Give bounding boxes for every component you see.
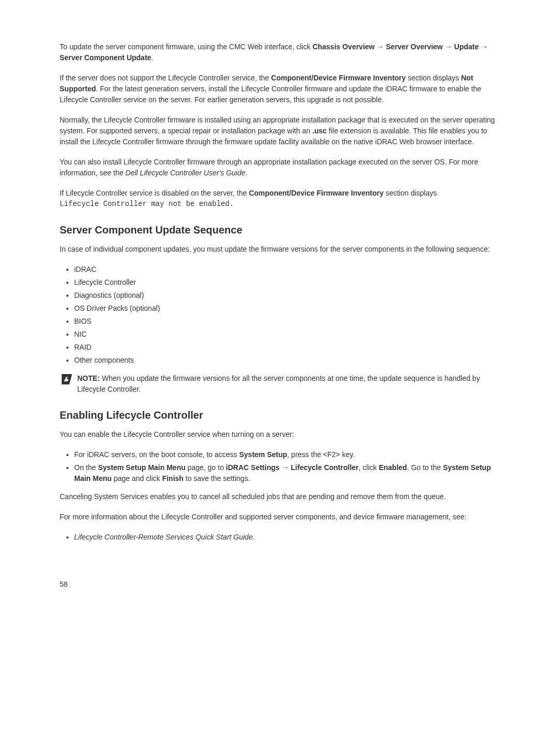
paragraph-7: You can enable the Lifecycle Controller … [60, 429, 500, 440]
bold-text: Lifecycle Controller [291, 463, 359, 472]
paragraph-6: In case of individual component updates,… [60, 244, 500, 255]
text: page and click [111, 474, 162, 483]
paragraph-1: To update the server component firmware,… [60, 42, 500, 63]
text: → [374, 43, 386, 51]
note-label: NOTE: [77, 374, 102, 382]
bold-text: Update [454, 43, 479, 51]
bold-text: iDRAC Settings [226, 463, 279, 472]
bold-text: Server Component Update [60, 53, 151, 62]
code-text: Lifecycle Controller may not be enabled. [60, 199, 500, 210]
list-item: RAID [74, 342, 500, 353]
paragraph-3: Normally, the Lifecycle Controller firmw… [60, 115, 500, 147]
text: You can also install Lifecycle Controlle… [60, 158, 478, 177]
list-item: For iDRAC servers, on the boot console, … [74, 449, 500, 460]
more-info-list: Lifecycle Controller-Remote Services Qui… [60, 532, 500, 543]
list-item: OS Driver Packs (optional) [74, 303, 500, 314]
bold-text: Server Overview [386, 43, 443, 51]
text: , click [359, 463, 379, 472]
text: → [279, 463, 291, 472]
list-item: On the System Setup Main Menu page, go t… [74, 462, 500, 484]
text: section displays [384, 189, 437, 197]
list-item: NIC [74, 329, 500, 340]
list-item: Other components [74, 355, 500, 366]
italic-text: Lifecycle Controller-Remote Services Qui… [74, 533, 253, 541]
paragraph-4: You can also install Lifecycle Controlle… [60, 157, 500, 178]
page-number: 58 [60, 579, 500, 590]
text: to save the settings. [184, 474, 250, 483]
list-item: BIOS [74, 316, 500, 327]
list-item: Lifecycle Controller-Remote Services Qui… [74, 532, 500, 543]
bold-text: .usc [312, 127, 327, 135]
component-sequence-list: iDRAC Lifecycle Controller Diagnostics (… [60, 264, 500, 366]
paragraph-5: If Lifecycle Controller service is disab… [60, 188, 500, 199]
text: When you update the firmware versions fo… [77, 374, 480, 393]
note-icon [62, 374, 72, 388]
text: . [245, 169, 247, 177]
text: section displays [406, 74, 461, 82]
bold-text: Enabled [379, 463, 407, 472]
text: . [253, 533, 255, 541]
text: → [443, 43, 454, 51]
heading-server-component-update-sequence: Server Component Update Sequence [60, 222, 500, 238]
text: . Go to the [407, 463, 443, 472]
note-block: NOTE: When you update the firmware versi… [60, 373, 500, 395]
text: If the server does not support the Lifec… [60, 74, 271, 82]
bold-text: Chassis Overview [313, 43, 375, 51]
heading-enabling-lifecycle-controller: Enabling Lifecycle Controller [60, 407, 500, 423]
enable-steps-list: For iDRAC servers, on the boot console, … [60, 449, 500, 484]
paragraph-9: For more information about the Lifecycle… [60, 512, 500, 522]
list-item: iDRAC [74, 264, 500, 275]
text: . For the latest generation servers, ins… [60, 85, 481, 104]
bold-text: Component/Device Firmware Inventory [271, 74, 406, 82]
text: If Lifecycle Controller service is disab… [60, 189, 249, 197]
paragraph-2: If the server does not support the Lifec… [60, 73, 500, 105]
italic-text: Dell Lifecycle Controller User's Guide [125, 169, 245, 177]
text: page, go to [186, 463, 226, 472]
paragraph-8: Canceling System Services enables you to… [60, 491, 500, 502]
text: To update the server component firmware,… [60, 43, 313, 51]
bold-text: Finish [162, 474, 184, 483]
text: For iDRAC servers, on the boot console, … [74, 450, 239, 459]
text: , press the <F2> key. [287, 450, 355, 459]
note-text: NOTE: When you update the firmware versi… [77, 373, 500, 395]
text: → [479, 43, 488, 51]
text: . [151, 53, 153, 62]
list-item: Diagnostics (optional) [74, 290, 500, 301]
bold-text: Component/Device Firmware Inventory [249, 189, 384, 197]
text: On the [74, 463, 98, 472]
bold-text: System Setup Main Menu [98, 463, 186, 472]
bold-text: System Setup [239, 450, 287, 459]
list-item: Lifecycle Controller [74, 277, 500, 288]
